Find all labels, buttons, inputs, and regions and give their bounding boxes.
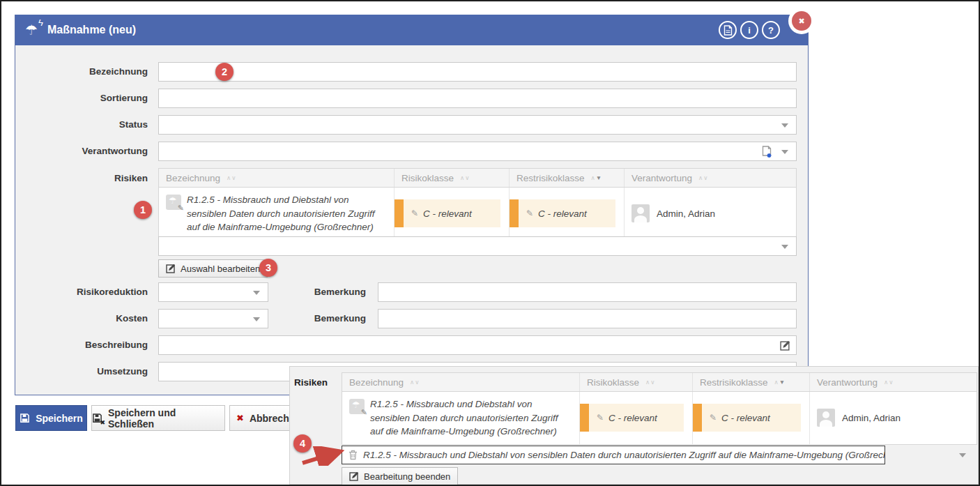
pencil-icon: ✎ [597,413,604,423]
pencil-icon: ✎ [710,413,717,423]
column-header-verantwortung[interactable]: Verantwortung ∧∨ [810,373,977,391]
dialog-title: Maßnahme (neu) [47,24,136,36]
risk-name-text: R1.2.5 - Missbrauch und Diebstahl von se… [187,193,387,234]
verantwortung-cell: Admin, Adrian [810,392,977,444]
step-badge-1: 1 [134,201,152,219]
step-badge-2: 2 [215,63,233,81]
bemerkung-label-2: Bemerkung [280,313,366,324]
cancel-x-icon: ✖ [236,413,244,423]
risikoklasse-value[interactable]: ✎ C - relevant [404,199,500,227]
avatar [817,409,835,427]
verantwortung-select[interactable] [158,142,797,161]
sort-icons[interactable]: ∧∨ [410,379,420,386]
selected-risk-chip[interactable]: R1.2.5 - Missbrauch und Diebstahl von se… [342,446,885,464]
column-header-risikoklasse[interactable]: Risikoklasse ∧∨ [580,373,693,391]
overlay-risiken-table: Bezeichnung ∧∨ Risikoklasse ∧∨ Restrisik… [342,372,977,445]
close-icon[interactable]: ✖ [792,11,811,31]
sort-icons[interactable]: ∧▼ [774,379,786,386]
sort-icons[interactable]: ∧∨ [698,174,708,181]
bearbeitung-beenden-button[interactable]: Bearbeitung beenden [342,467,458,485]
verantwortung-label: Verantwortung [15,146,148,156]
titlebar-actions: i ? [719,21,798,39]
pencil-icon: ✎ [526,208,533,218]
status-label: Status [15,119,148,130]
column-header-risikoklasse[interactable]: Risikoklasse ∧∨ [395,169,510,187]
column-header-bezeichnung[interactable]: Bezeichnung ∧∨ [159,169,395,187]
risk-table-row[interactable]: ☂✎ R1.2.5 - Missbrauch und Diebstahl von… [159,188,796,240]
sort-icons[interactable]: ∧∨ [884,379,894,386]
massnahme-dialog: ☂ϟ Maßnahme (neu) i ? ✖ Bezeichnung Sort… [15,15,809,395]
risk-add-combobox[interactable] [158,236,797,256]
column-header-verantwortung[interactable]: Verantwortung ∧∨ [625,169,796,187]
risikoklasse-value[interactable]: ✎ C - relevant [589,404,684,432]
risiken-table: Bezeichnung ∧∨ Risikoklasse ∧∨ Restrisik… [158,168,797,241]
save-icon [20,413,30,423]
restrisikoklasse-value[interactable]: ✎ C - relevant [702,404,801,432]
umsetzung-label: Umsetzung [15,366,148,377]
column-header-bezeichnung[interactable]: Bezeichnung ∧∨ [342,373,580,391]
trash-icon[interactable] [349,450,358,460]
avatar [631,204,650,222]
kosten-select[interactable] [158,309,268,328]
info-icon[interactable]: i [740,21,758,39]
pencil-icon: ✎ [411,208,418,218]
risk-name-cell: ☂✎ R1.2.5 - Missbrauch und Diebstahl von… [342,392,580,444]
save-close-icon: ✖ [92,413,102,423]
dialog-titlebar: ☂ϟ Maßnahme (neu) i ? [15,15,808,45]
chevron-down-icon[interactable] [781,245,788,249]
column-header-restrisikoklasse[interactable]: Restrisikoklasse ∧▼ [510,169,625,187]
risk-class-color-bar [580,404,589,432]
speichern-und-schliessen-button[interactable]: ✖ Speichern und Schließen [91,405,225,431]
report-icon[interactable] [719,21,737,39]
risikoreduktion-bemerkung-input[interactable] [378,282,797,302]
risk-class-color-bar [693,404,702,432]
edit-icon[interactable] [780,340,790,351]
kosten-label: Kosten [15,313,148,324]
risiken-label: Risiken [15,173,148,183]
risiken-table-header: Bezeichnung ∧∨ Risikoklasse ∧∨ Restrisik… [159,169,796,188]
chevron-down-icon[interactable] [253,291,260,295]
bezeichnung-input[interactable] [158,62,797,82]
chevron-down-icon[interactable] [781,123,788,128]
restrisikoklasse-value[interactable]: ✎ C - relevant [519,199,615,227]
verantwortung-cell: Admin, Adrian [625,188,796,240]
risiken-table-header: Bezeichnung ∧∨ Risikoklasse ∧∨ Restrisik… [342,373,977,392]
risk-name-text: R1.2.5 - Missbrauch und Diebstahl von se… [370,397,572,439]
selected-risk-combobox[interactable]: R1.2.5 - Missbrauch und Diebstahl von se… [342,446,977,464]
auswahl-bearbeiten-button[interactable]: Auswahl bearbeiten [158,259,268,278]
new-document-icon[interactable] [762,146,772,158]
sort-icons[interactable]: ∧▼ [591,174,603,181]
bezeichnung-label: Bezeichnung [15,66,148,77]
risikoklasse-cell: ✎ C - relevant [580,392,693,444]
risk-table-row[interactable]: ☂✎ R1.2.5 - Missbrauch und Diebstahl von… [342,392,977,444]
overlay-risiken-label: Risiken [290,377,328,388]
kosten-bemerkung-input[interactable] [378,309,797,328]
chevron-down-icon[interactable] [253,317,260,321]
speichern-button[interactable]: Speichern [15,405,87,431]
sort-icons[interactable]: ∧∨ [645,379,655,386]
beschreibung-label: Beschreibung [15,340,148,350]
risk-umbrella-icon: ☂✎ [349,399,365,414]
risk-class-color-bar [395,199,404,227]
risikoklasse-cell: ✎ C - relevant [395,188,510,240]
risikoreduktion-select[interactable] [158,282,268,302]
sortierung-input[interactable] [158,89,797,108]
column-header-restrisikoklasse[interactable]: Restrisikoklasse ∧▼ [693,373,810,391]
screen: ☂ϟ Maßnahme (neu) i ? ✖ Bezeichnung Sort… [0,0,980,486]
sort-icons[interactable]: ∧∨ [227,174,236,181]
bemerkung-label-1: Bemerkung [280,287,366,297]
risikoreduktion-label: Risikoreduktion [15,287,148,297]
risk-name-cell: ☂✎ R1.2.5 - Missbrauch und Diebstahl von… [159,188,395,240]
beschreibung-input[interactable] [158,335,797,355]
risk-class-color-bar [510,199,519,227]
restrisikoklasse-cell: ✎ C - relevant [510,188,625,240]
step4-arrow [300,446,344,466]
risiken-edit-overlay: Risiken Bezeichnung ∧∨ Risikoklasse ∧∨ R… [289,366,979,485]
status-select[interactable] [158,115,797,135]
help-icon[interactable]: ? [762,21,780,39]
chevron-down-icon[interactable] [781,150,788,154]
chevron-down-icon[interactable] [959,453,966,457]
step-badge-3: 3 [259,259,277,277]
sortierung-label: Sortierung [15,93,148,103]
sort-icons[interactable]: ∧∨ [460,174,470,181]
